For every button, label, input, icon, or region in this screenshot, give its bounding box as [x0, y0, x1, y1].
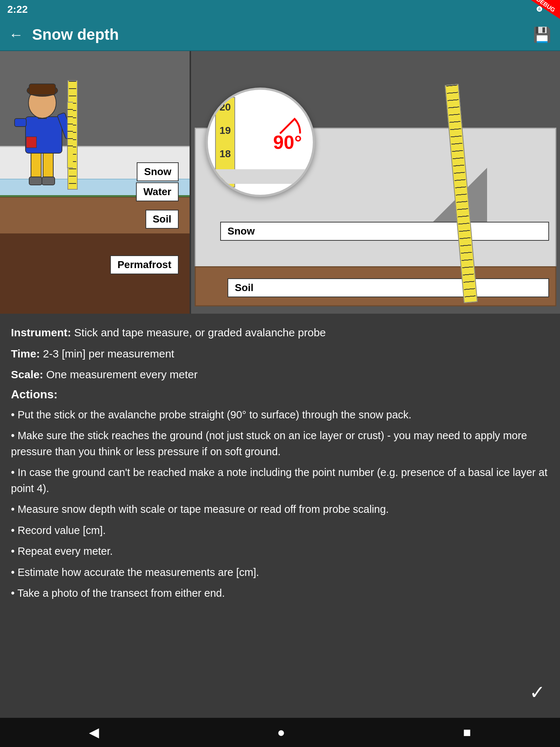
status-bar: 2:22 🅐 🅟 DEBUG [0, 0, 560, 19]
main-content: Snow Water Soil Permafrost Snow Soil [0, 51, 560, 718]
ruler-num-18: 18 [216, 148, 234, 160]
text-content: Instrument: Stick and tape measure, or g… [0, 314, 560, 621]
time-value: 2-3 [min] per measurement [43, 348, 174, 360]
action-item-5: • Record value [cm]. [11, 523, 549, 539]
app-bar: ← Snow depth 💾 [0, 19, 560, 51]
instrument-line: Instrument: Stick and tape measure, or g… [11, 325, 549, 341]
ruler-num-20: 20 [216, 101, 234, 113]
svg-rect-6 [15, 119, 26, 127]
left-scene: Snow Water Soil Permafrost [0, 51, 190, 314]
scale-value: One measurement every meter [46, 368, 198, 380]
action-item-4: • Measure snow depth with scale or tape … [11, 502, 549, 518]
magnifier-snow-line [208, 169, 313, 184]
right-scene: Snow Soil 20 19 18 17 [191, 51, 560, 314]
svg-rect-2 [29, 177, 42, 185]
bottom-nav: ◀ ● ■ [0, 718, 560, 747]
scale-label: Scale: [11, 368, 43, 380]
time-line: Time: 2-3 [min] per measurement [11, 346, 549, 362]
checkmark-button[interactable]: ✓ [529, 681, 545, 703]
water-label: Water [136, 182, 179, 201]
action-item-3: • In case the ground can't be reached ma… [11, 465, 549, 496]
back-button[interactable]: ← [9, 27, 23, 43]
scale-line: Scale: One measurement every meter [11, 367, 549, 383]
instrument-value: Stick and tape measure, or graded avalan… [74, 326, 326, 338]
action-item-6: • Repeat every meter. [11, 543, 549, 560]
status-time: 2:22 [7, 4, 28, 15]
ruler-num-19: 19 [216, 125, 234, 136]
action-item-7: • Estimate how accurate the measurements… [11, 565, 549, 581]
soil-label: Soil [145, 210, 179, 229]
snow-label: Snow [137, 162, 179, 181]
magnifier-inner: 20 19 18 17 90° [208, 90, 313, 195]
svg-rect-11 [29, 84, 55, 95]
svg-rect-5 [26, 137, 36, 148]
page-title: Snow depth [32, 26, 524, 43]
instrument-label: Instrument: [11, 326, 71, 338]
person-figure [11, 77, 73, 186]
action-item-8: • Take a photo of the transect from eith… [11, 585, 549, 601]
nav-recent-button[interactable]: ■ [463, 725, 471, 740]
right-snow-label: Snow [220, 222, 549, 241]
time-label: Time: [11, 348, 40, 360]
angle-label: 90° [273, 131, 302, 153]
actions-list: • Put the stick or the avalanche probe s… [11, 407, 549, 601]
actions-header: Actions: [11, 388, 549, 401]
svg-rect-12 [67, 102, 73, 168]
illustration-area: Snow Water Soil Permafrost Snow Soil [0, 51, 560, 314]
save-button[interactable]: 💾 [533, 26, 551, 43]
notification-icon: 🅐 [537, 6, 542, 13]
debug-badge: DEBUG [531, 0, 560, 19]
right-soil-label: Soil [228, 278, 549, 297]
action-item-1: • Put the stick or the avalanche probe s… [11, 407, 549, 423]
nav-home-button[interactable]: ● [277, 725, 285, 740]
svg-rect-3 [42, 177, 55, 185]
magnifier: 20 19 18 17 90° [206, 88, 315, 197]
action-item-2: • Make sure the stick reaches the ground… [11, 428, 549, 460]
nav-back-button[interactable]: ◀ [89, 725, 99, 740]
permafrost-label: Permafrost [110, 255, 179, 274]
